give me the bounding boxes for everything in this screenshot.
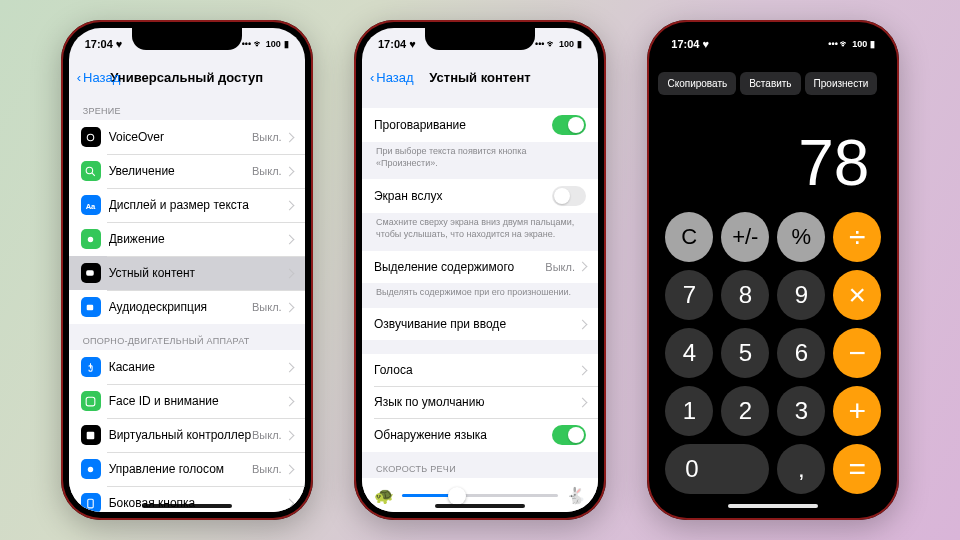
- multiply-button[interactable]: ×: [833, 270, 881, 320]
- digit-1-button[interactable]: 1: [665, 386, 713, 436]
- notch: [425, 28, 535, 50]
- chevron-right-icon: [284, 268, 294, 278]
- chevron-right-icon: [284, 132, 294, 142]
- speak-selection-row[interactable]: Проговаривание: [362, 108, 598, 142]
- chevron-right-icon: [284, 464, 294, 474]
- speak-selection-footer: При выборе текста появится кнопка «Произ…: [362, 142, 598, 179]
- digit-2-button[interactable]: 2: [721, 386, 769, 436]
- digit-3-button[interactable]: 3: [777, 386, 825, 436]
- speech-icon: [81, 263, 101, 283]
- notch: [132, 28, 242, 50]
- chevron-right-icon: [284, 362, 294, 372]
- digit-7-button[interactable]: 7: [665, 270, 713, 320]
- digit-4-button[interactable]: 4: [665, 328, 713, 378]
- digit-0-button[interactable]: 0: [665, 444, 769, 494]
- percent-button[interactable]: %: [777, 212, 825, 262]
- chevron-right-icon: [284, 302, 294, 312]
- voice-control-icon: [81, 459, 101, 479]
- paste-button[interactable]: Вставить: [740, 72, 800, 95]
- home-indicator[interactable]: [142, 504, 232, 508]
- voices-row[interactable]: Голоса: [362, 354, 598, 386]
- status-indicators: ••• ᯤ 100▮: [242, 39, 289, 49]
- home-indicator[interactable]: [435, 504, 525, 508]
- settings-list[interactable]: Проговаривание При выборе текста появитс…: [362, 94, 598, 512]
- speak-screen-toggle[interactable]: [552, 186, 586, 206]
- nav-bar: ‹ Назад Универсальный доступ: [69, 60, 305, 94]
- speak-screen-footer: Смахните сверху экрана вниз двумя пальца…: [362, 213, 598, 250]
- rabbit-icon: 🐇: [566, 486, 586, 505]
- phone-accessibility: 17:04 ♥ ••• ᯤ 100▮ ‹ Назад Универсальный…: [61, 20, 313, 520]
- plus-minus-button[interactable]: +/-: [721, 212, 769, 262]
- decimal-button[interactable]: ,: [777, 444, 825, 494]
- chevron-right-icon: [284, 166, 294, 176]
- svg-point-1: [86, 167, 93, 174]
- highlight-footer: Выделять содержимое при его произношении…: [362, 283, 598, 309]
- audio-desc-row[interactable]: АудиодескрипцияВыкл.: [69, 290, 305, 324]
- calculator-display[interactable]: 78: [655, 95, 891, 212]
- speech-rate-slider[interactable]: [402, 494, 558, 497]
- back-button[interactable]: ‹ Назад: [77, 70, 121, 85]
- touch-row[interactable]: Касание: [69, 350, 305, 384]
- group-header-motor: ОПОРНО-ДВИГАТЕЛЬНЫЙ АППАРАТ: [69, 324, 305, 350]
- switch-icon: [81, 425, 101, 445]
- equals-button[interactable]: =: [833, 444, 881, 494]
- highlight-row[interactable]: Выделение содержимогоВыкл.: [362, 251, 598, 283]
- detect-language-row[interactable]: Обнаружение языка: [362, 418, 598, 452]
- motion-icon: [81, 229, 101, 249]
- text-size-icon: Aa: [81, 195, 101, 215]
- voiceover-icon: [81, 127, 101, 147]
- faceid-icon: [81, 391, 101, 411]
- chevron-right-icon: [284, 498, 294, 508]
- motion-row[interactable]: Движение: [69, 222, 305, 256]
- divide-button[interactable]: ÷: [833, 212, 881, 262]
- chevron-right-icon: [284, 430, 294, 440]
- clear-button[interactable]: C: [665, 212, 713, 262]
- switch-control-row[interactable]: Виртуальный контроллерВыкл.: [69, 418, 305, 452]
- side-button-row[interactable]: Боковая кнопка: [69, 486, 305, 512]
- speed-label: СКОРОСТЬ РЕЧИ: [362, 452, 598, 478]
- digit-8-button[interactable]: 8: [721, 270, 769, 320]
- nav-bar: ‹ Назад Устный контент: [362, 60, 598, 94]
- zoom-row[interactable]: УвеличениеВыкл.: [69, 154, 305, 188]
- add-button[interactable]: +: [833, 386, 881, 436]
- svg-point-3: [88, 236, 93, 241]
- speak-screen-row[interactable]: Экран вслух: [362, 179, 598, 213]
- back-button[interactable]: ‹ Назад: [370, 70, 414, 85]
- typing-feedback-row[interactable]: Озвучивание при вводе: [362, 308, 598, 340]
- voiceover-row[interactable]: VoiceOverВыкл.: [69, 120, 305, 154]
- group-header-vision: ЗРЕНИЕ: [69, 94, 305, 120]
- svg-point-0: [87, 134, 94, 141]
- settings-list[interactable]: ЗРЕНИЕ VoiceOverВыкл. УвеличениеВыкл. Aa…: [69, 94, 305, 512]
- svg-rect-5: [87, 304, 94, 309]
- digit-5-button[interactable]: 5: [721, 328, 769, 378]
- speak-button[interactable]: Произнести: [805, 72, 878, 95]
- digit-9-button[interactable]: 9: [777, 270, 825, 320]
- spoken-content-row[interactable]: Устный контент: [69, 256, 305, 290]
- status-indicators: ••• ᯤ 100▮: [828, 39, 875, 49]
- svg-rect-6: [86, 397, 95, 406]
- chevron-right-icon: [578, 262, 588, 272]
- digit-6-button[interactable]: 6: [777, 328, 825, 378]
- svg-rect-7: [87, 431, 95, 439]
- turtle-icon: 🐢: [374, 486, 394, 505]
- speak-selection-toggle[interactable]: [552, 115, 586, 135]
- display-text-row[interactable]: AaДисплей и размер текста: [69, 188, 305, 222]
- side-button-icon: [81, 493, 101, 512]
- zoom-icon: [81, 161, 101, 181]
- chevron-right-icon: [284, 200, 294, 210]
- subtract-button[interactable]: −: [833, 328, 881, 378]
- default-language-row[interactable]: Язык по умолчанию: [362, 386, 598, 418]
- chevron-right-icon: [284, 234, 294, 244]
- home-indicator[interactable]: [728, 504, 818, 508]
- voice-control-row[interactable]: Управление голосомВыкл.: [69, 452, 305, 486]
- svg-point-8: [88, 466, 93, 471]
- faceid-row[interactable]: Face ID и внимание: [69, 384, 305, 418]
- svg-text:Aa: Aa: [86, 201, 96, 210]
- notch: [718, 28, 828, 50]
- detect-language-toggle[interactable]: [552, 425, 586, 445]
- copy-button[interactable]: Скопировать: [658, 72, 736, 95]
- context-menu: Скопировать Вставить Произнести: [655, 72, 891, 95]
- svg-rect-9: [88, 499, 93, 508]
- chevron-right-icon: [578, 365, 588, 375]
- svg-rect-4: [86, 270, 94, 275]
